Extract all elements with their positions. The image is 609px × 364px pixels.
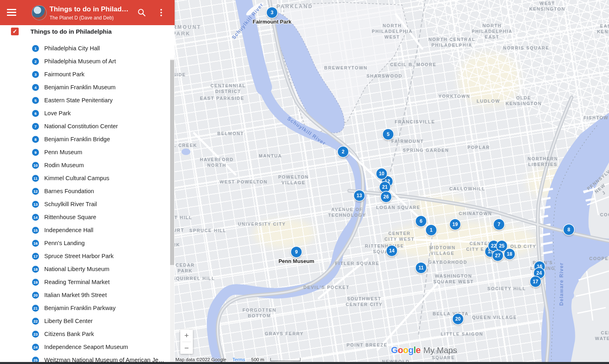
list-item[interactable]: 15Independence Hall	[0, 224, 170, 237]
map-marker-20[interactable]: 20	[453, 314, 463, 324]
zoom-in-button[interactable]: +	[180, 330, 193, 342]
map-marker-18[interactable]: 18	[504, 249, 515, 259]
map-marker-5[interactable]: 5	[383, 129, 393, 140]
item-number-badge: 9	[32, 149, 39, 156]
list-item[interactable]: 18National Liberty Museum	[0, 263, 170, 276]
list-item[interactable]: 8Benjamin Franklin Bridge	[0, 133, 170, 146]
map-marker-3[interactable]: 3Fairmount Park	[267, 7, 277, 18]
map-marker-11[interactable]: 11	[416, 263, 426, 273]
item-number-badge: 2	[32, 58, 39, 65]
menu-icon[interactable]	[7, 9, 16, 16]
item-number-badge: 5	[32, 97, 39, 104]
marker-number: 11	[419, 265, 424, 271]
list-item[interactable]: 4Benjamin Franklin Museum	[0, 81, 170, 94]
marker-number: 10	[379, 171, 384, 177]
item-label: Love Park	[44, 110, 71, 116]
avatar[interactable]	[32, 5, 47, 20]
map-marker-17[interactable]: 17	[530, 276, 541, 287]
list-item[interactable]: 14Rittenhouse Square	[0, 211, 170, 224]
list-item[interactable]: 3Fairmount Park	[0, 68, 170, 81]
item-label: Italian Market 9th Street	[44, 292, 107, 298]
list-item[interactable]: 2Philadelphia Museum of Art	[0, 55, 170, 68]
map-zoom-control: + −	[180, 330, 193, 354]
item-label: Citizens Bank Park	[44, 331, 94, 337]
item-label: National Liberty Museum	[44, 266, 109, 272]
map-marker-13[interactable]: 13	[354, 190, 365, 201]
map-marker-27[interactable]: 27	[492, 250, 503, 261]
list-item[interactable]: 11Kimmel Cultural Campus	[0, 172, 170, 185]
marker-number: 22	[491, 243, 496, 249]
google-my-maps-logo: GoogleMy Maps	[391, 345, 457, 355]
map-marker-26[interactable]: 26	[381, 192, 391, 202]
item-label: Philadelphia Museum of Art	[44, 58, 116, 65]
sidebar-list: 1Philadelphia City Hall2Philadelphia Mus…	[0, 42, 170, 364]
map-marker-14[interactable]: 14	[387, 246, 397, 256]
map-marker-10[interactable]: 10	[376, 168, 387, 179]
item-number-badge: 6	[32, 110, 39, 117]
my-maps-wordmark: My Maps	[423, 345, 457, 355]
list-item[interactable]: 5Eastern State Penitentiary	[0, 94, 170, 107]
map-attribution: Map data ©2022 Google Terms 500 m	[175, 357, 300, 362]
list-item[interactable]: 17Spruce Street Harbor Park	[0, 250, 170, 263]
google-logo: Google	[391, 345, 421, 355]
list-item[interactable]: 7National Constitution Center	[0, 120, 170, 133]
layer-checkbox[interactable]: ✓	[11, 28, 19, 35]
list-item[interactable]: 21Benjamin Franklin Parkway	[0, 302, 170, 314]
map-marker-9[interactable]: 9Penn Museum	[291, 247, 302, 257]
search-icon[interactable]	[137, 8, 147, 17]
list-item[interactable]: 12Barnes Foundation	[0, 185, 170, 198]
map-canvas[interactable]: PARKLANDFAIRMOUNT PARKWEST KENSINGTONNOR…	[175, 0, 609, 364]
map-marker-6[interactable]: 6	[416, 216, 426, 226]
layer-header: ✓ Things to do in Philadelphia	[0, 25, 175, 41]
item-label: Benjamin Franklin Museum	[44, 84, 116, 90]
list-item[interactable]: 16Penn's Landing	[0, 237, 170, 250]
layer-title: Things to do in Philadelphia	[30, 28, 112, 35]
item-label: Philadelphia City Hall	[44, 45, 100, 52]
map-marker-2[interactable]: 2	[338, 146, 348, 157]
list-item[interactable]: 24Independence Seaport Museum	[0, 340, 170, 353]
marker-number: 8	[568, 227, 570, 233]
map-marker-7[interactable]: 7	[494, 219, 504, 230]
list-item[interactable]: 6Love Park	[0, 107, 170, 120]
item-number-badge: 23	[32, 331, 39, 338]
marker-number: 7	[498, 222, 501, 227]
marker-number: 3	[271, 10, 274, 15]
item-label: Benjamin Franklin Parkway	[44, 305, 116, 311]
item-number-badge: 7	[32, 123, 39, 130]
item-number-badge: 22	[32, 318, 39, 325]
marker-number: 24	[536, 270, 542, 276]
item-number-badge: 14	[32, 214, 39, 221]
list-item[interactable]: 1Philadelphia City Hall	[0, 42, 170, 55]
map-data-credit: Map data ©2022 Google	[175, 357, 226, 362]
list-item[interactable]: 19Reading Terminal Market	[0, 276, 170, 289]
map-marker-19[interactable]: 19	[450, 219, 460, 230]
item-label: Penn's Landing	[44, 240, 85, 246]
zoom-out-button[interactable]: −	[180, 342, 193, 354]
list-item[interactable]: 22Liberty Bell Center	[0, 314, 170, 327]
item-label: Reading Terminal Market	[44, 279, 110, 285]
map-marker-8[interactable]: 8	[564, 224, 574, 235]
map-author: The Planet D (Dave and Deb)	[50, 15, 114, 21]
marker-number: 9	[295, 249, 298, 255]
list-item[interactable]: 23Citizens Bank Park	[0, 327, 170, 340]
item-label: Schuylkill River Trail	[44, 201, 97, 207]
app-header: Things to do in Philad… The Planet D (Da…	[0, 0, 175, 25]
item-number-badge: 13	[32, 201, 39, 208]
map-marker-25[interactable]: 25	[497, 241, 507, 251]
list-item[interactable]: 20Italian Market 9th Street	[0, 289, 170, 302]
more-options-icon[interactable]	[156, 8, 166, 17]
list-item[interactable]: 10Rodin Museum	[0, 159, 170, 172]
item-label: Penn Museum	[44, 149, 82, 155]
item-number-badge: 15	[32, 227, 39, 234]
sidebar-scrollbar-thumb[interactable]	[170, 60, 174, 265]
list-item[interactable]: 13Schuylkill River Trail	[0, 198, 170, 211]
map-marker-21[interactable]: 21	[380, 182, 390, 192]
list-item[interactable]: 9Penn Museum	[0, 146, 170, 159]
item-number-badge: 16	[32, 240, 39, 247]
map-marker-1[interactable]: 1	[426, 225, 436, 235]
item-number-badge: 1	[32, 45, 39, 52]
terms-link[interactable]: Terms	[232, 357, 245, 362]
marker-number: 14	[389, 248, 394, 254]
item-number-badge: 19	[32, 279, 39, 286]
marker-number: 1	[430, 227, 433, 233]
